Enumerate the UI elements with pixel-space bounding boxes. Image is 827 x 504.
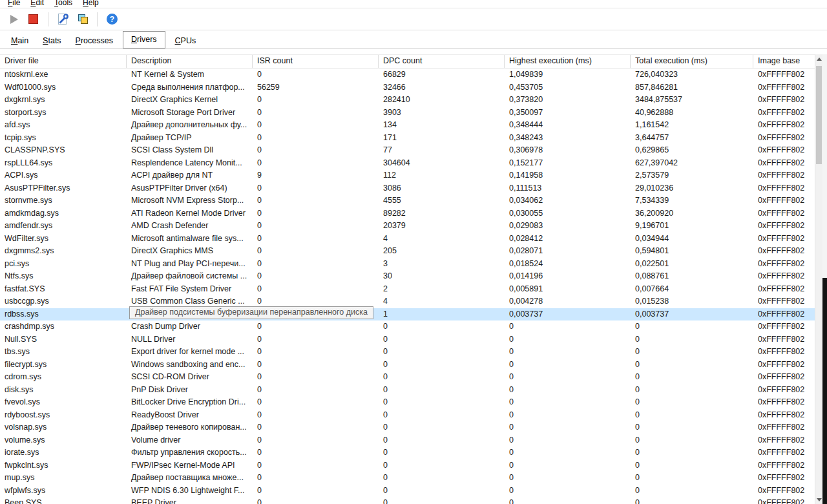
cell-driver-file: fastfat.SYS [0,283,127,296]
table-row[interactable]: filecrypt.sys Windows sandboxing and enc… [0,359,815,372]
stop-monitor-button[interactable] [25,11,42,28]
table-row[interactable]: afd.sys Драйвер дополнительных фу... 0 1… [0,119,815,132]
cell-dpc-count: 4555 [379,194,505,207]
table-row[interactable]: ntoskrnl.exe NT Kernel & System 0 66829 … [0,68,815,81]
cell-total-execution: 40,962888 [631,107,753,120]
column-header-driver-file[interactable]: Driver file [0,55,127,68]
table-row[interactable]: crashdmp.sys Crash Dump Driver 0 0 0 0 0… [0,320,815,333]
cell-total-execution: 0,007664 [631,283,753,296]
table-row[interactable]: volsnap.sys Драйвер теневого копирован..… [0,421,815,434]
table-row[interactable]: mup.sys Драйвер поставщика множе... 0 0 … [0,472,815,485]
menu-bar: File Edit Tools Help [0,0,827,8]
column-header-image-base[interactable]: Image base [753,55,815,68]
table-row[interactable]: fwpkclnt.sys FWP/IPsec Kernel-Mode API 0… [0,459,815,472]
table-row[interactable]: storport.sys Microsoft Storage Port Driv… [0,107,815,120]
cell-total-execution: 0 [631,384,753,397]
table-row[interactable]: usbccgp.sys USB Common Class Generic ...… [0,295,815,308]
table-row[interactable]: cdrom.sys SCSI CD-ROM Driver 0 0 0 0 0xF… [0,371,815,384]
table-row[interactable]: rspLLL64.sys Resplendence Latency Monit.… [0,157,815,170]
cell-dpc-count: 3 [379,258,505,271]
table-row[interactable]: WdFilter.sys Microsoft antimalware file … [0,233,815,246]
cell-dpc-count: 282410 [379,94,505,107]
table-row[interactable]: Wdf01000.sys Среда выполнения платфор...… [0,81,815,94]
cell-description: NULL Driver [127,333,253,346]
column-header-description[interactable]: Description [127,55,253,68]
table-row[interactable]: fastfat.SYS Fast FAT File System Driver … [0,283,815,296]
cell-dpc-count: 30 [379,270,505,283]
cell-image-base: 0xFFFFF802 [753,207,815,220]
options-button[interactable] [54,11,72,28]
column-header-highest-execution[interactable]: Highest execution (ms) [505,55,631,68]
start-monitor-button[interactable] [5,11,23,28]
cell-description: Export driver for kernel mode ... [127,346,253,359]
menu-item-help[interactable]: Help [83,0,99,8]
menu-item-tools[interactable]: Tools [54,0,72,8]
cell-isr-count: 0 [253,233,379,246]
cell-total-execution: 627,397042 [631,157,753,170]
cell-isr-count: 0 [253,333,379,346]
cell-description: Драйвер файловой системы ... [127,270,253,283]
table-row[interactable]: iorate.sys Фильтр управления скорость...… [0,446,815,459]
vertical-scrollbar[interactable] [815,54,822,504]
table-row[interactable]: AsusPTPFilter.sys AsusPTPFilter Driver (… [0,182,815,195]
cell-highest-execution: 0,306978 [505,144,631,157]
cell-highest-execution: 0 [505,497,631,504]
table-row[interactable]: rdyboost.sys ReadyBoost Driver 0 0 0 0 0… [0,409,815,422]
table-row[interactable]: amdfendr.sys AMD Crash Defender 0 20379 … [0,220,815,233]
table-row[interactable]: Beep.SYS BEEP Driver 0 0 0 0 0xFFFFF802 [0,497,815,504]
tab-cpus[interactable]: CPUs [168,34,204,48]
scroll-down-icon[interactable] [815,495,822,504]
scroll-up-icon[interactable] [815,54,822,63]
cell-total-execution: 0,594801 [631,245,753,258]
cell-description: Volume driver [127,434,253,447]
cell-driver-file: volume.sys [0,434,127,447]
tab-drivers[interactable]: Drivers [123,31,165,48]
table-row[interactable]: tcpip.sys Драйвер TCP/IP 0 171 0,348243 … [0,132,815,145]
cell-image-base: 0xFFFFF802 [753,283,815,296]
menu-item-file[interactable]: File [8,0,20,8]
table-row[interactable]: stornvme.sys Microsoft NVM Express Storp… [0,194,815,207]
table-row[interactable]: rdbss.sys 1 0,003737 0,003737 0xFFFFF802 [0,308,815,321]
table-row[interactable]: volume.sys Volume driver 0 0 0 0 0xFFFFF… [0,434,815,447]
column-header-isr-count[interactable]: ISR count [253,55,379,68]
copy-report-button[interactable] [74,11,91,28]
table-row[interactable]: Ntfs.sys Драйвер файловой системы ... 0 … [0,270,815,283]
table-row[interactable]: tbs.sys Export driver for kernel mode ..… [0,346,815,359]
table-row[interactable]: CLASSPNP.SYS SCSI Class System Dll 0 77 … [0,144,815,157]
cell-isr-count: 0 [253,245,379,258]
cell-driver-file: amdfendr.sys [0,220,127,233]
cell-highest-execution: 0,152177 [505,157,631,170]
cell-total-execution: 36,200920 [631,207,753,220]
cell-dpc-count: 0 [379,497,505,504]
table-row[interactable]: amdkmdag.sys ATI Radeon Kernel Mode Driv… [0,207,815,220]
table-row[interactable]: Null.SYS NULL Driver 0 0 0 0 0xFFFFF802 [0,333,815,346]
table-row[interactable]: dxgmms2.sys DirectX Graphics MMS 0 205 0… [0,245,815,258]
tab-stats[interactable]: Stats [36,34,68,48]
cell-dpc-count: 0 [379,434,505,447]
cell-highest-execution: 0,034062 [505,194,631,207]
table-row[interactable]: fvevol.sys BitLocker Drive Encryption Dr… [0,396,815,409]
window-edge-light [822,54,827,278]
driver-table-body: ntoskrnl.exe NT Kernel & System 0 66829 … [0,68,815,504]
table-row[interactable]: ACPI.sys ACPI драйвер для NT 9 112 0,141… [0,169,815,182]
cell-dpc-count: 134 [379,119,505,132]
cell-description: Windows sandboxing and enc... [127,359,253,372]
cell-isr-count: 0 [253,144,379,157]
scrollbar-thumb[interactable] [816,66,822,164]
table-row[interactable]: dxgkrnl.sys DirectX Graphics Kernel 0 28… [0,94,815,107]
cell-description: WFP NDIS 6.30 Lightweight F... [127,485,253,498]
tab-processes[interactable]: Processes [68,34,120,48]
column-header-dpc-count[interactable]: DPC count [379,55,505,68]
cell-highest-execution: 0,004278 [505,295,631,308]
cell-isr-count: 0 [253,384,379,397]
tab-main[interactable]: Main [4,34,36,48]
table-row[interactable]: pci.sys NT Plug and Play PCI-перечи... 0… [0,258,815,271]
cell-highest-execution: 0 [505,320,631,333]
cell-highest-execution: 0,348243 [505,132,631,145]
menu-item-edit[interactable]: Edit [30,0,44,8]
table-row[interactable]: disk.sys PnP Disk Driver 0 0 0 0 0xFFFFF… [0,384,815,397]
table-row[interactable]: wfplwfs.sys WFP NDIS 6.30 Lightweight F.… [0,485,815,498]
cell-highest-execution: 0 [505,396,631,409]
column-header-total-execution[interactable]: Total execution (ms) [631,55,753,68]
help-button[interactable]: ? [103,11,121,28]
